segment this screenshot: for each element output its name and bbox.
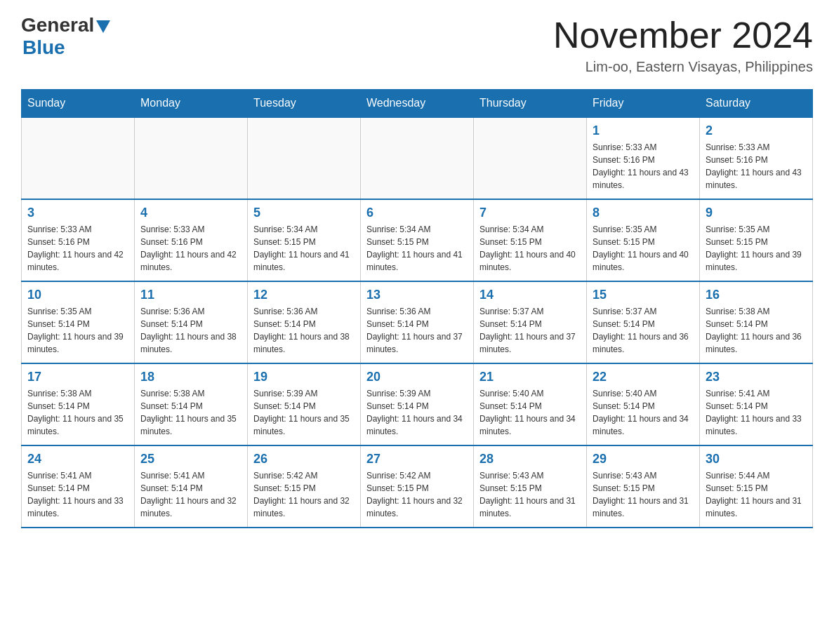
day-number: 17 [27,370,128,384]
day-number: 26 [253,452,355,467]
day-info: Sunrise: 5:33 AMSunset: 5:16 PMDaylight:… [706,141,807,192]
calendar-cell: 6Sunrise: 5:34 AMSunset: 5:15 PMDaylight… [361,199,474,281]
day-info: Sunrise: 5:41 AMSunset: 5:14 PMDaylight:… [140,469,241,520]
day-number: 15 [593,288,694,302]
day-info: Sunrise: 5:33 AMSunset: 5:16 PMDaylight:… [27,223,128,274]
calendar-cell: 4Sunrise: 5:33 AMSunset: 5:16 PMDaylight… [135,199,248,281]
calendar-cell: 28Sunrise: 5:43 AMSunset: 5:15 PMDayligh… [474,445,587,528]
calendar-cell: 13Sunrise: 5:36 AMSunset: 5:14 PMDayligh… [361,281,474,363]
calendar-cell: 22Sunrise: 5:40 AMSunset: 5:14 PMDayligh… [587,363,700,445]
calendar-cell: 17Sunrise: 5:38 AMSunset: 5:14 PMDayligh… [22,363,135,445]
day-info: Sunrise: 5:43 AMSunset: 5:15 PMDaylight:… [593,469,694,520]
logo: General Blue [21,14,110,59]
day-info: Sunrise: 5:36 AMSunset: 5:14 PMDaylight:… [140,305,241,356]
day-info: Sunrise: 5:35 AMSunset: 5:14 PMDaylight:… [27,305,128,356]
logo-triangle-icon [96,20,110,33]
logo-general-text: General [21,14,94,36]
title-section: November 2024 Lim-oo, Eastern Visayas, P… [553,14,813,75]
day-info: Sunrise: 5:38 AMSunset: 5:14 PMDaylight:… [140,387,241,438]
calendar-cell: 30Sunrise: 5:44 AMSunset: 5:15 PMDayligh… [700,445,813,528]
calendar-cell: 2Sunrise: 5:33 AMSunset: 5:16 PMDaylight… [700,117,813,199]
day-info: Sunrise: 5:37 AMSunset: 5:14 PMDaylight:… [479,305,581,356]
day-number: 3 [27,206,128,220]
calendar-cell: 9Sunrise: 5:35 AMSunset: 5:15 PMDaylight… [700,199,813,281]
day-number: 6 [366,206,468,220]
day-number: 28 [479,452,581,467]
calendar-cell: 20Sunrise: 5:39 AMSunset: 5:14 PMDayligh… [361,363,474,445]
calendar-cell: 15Sunrise: 5:37 AMSunset: 5:14 PMDayligh… [587,281,700,363]
calendar-cell [248,117,361,199]
calendar-cell: 21Sunrise: 5:40 AMSunset: 5:14 PMDayligh… [474,363,587,445]
day-info: Sunrise: 5:38 AMSunset: 5:14 PMDaylight:… [706,305,807,356]
month-title: November 2024 [553,14,813,56]
day-info: Sunrise: 5:34 AMSunset: 5:15 PMDaylight:… [253,223,355,274]
day-info: Sunrise: 5:34 AMSunset: 5:15 PMDaylight:… [479,223,581,274]
calendar-week-row: 10Sunrise: 5:35 AMSunset: 5:14 PMDayligh… [22,281,813,363]
calendar-cell: 25Sunrise: 5:41 AMSunset: 5:14 PMDayligh… [135,445,248,528]
calendar-header-tuesday: Tuesday [248,90,361,118]
calendar-cell: 3Sunrise: 5:33 AMSunset: 5:16 PMDaylight… [22,199,135,281]
day-number: 2 [706,123,807,138]
day-number: 5 [253,206,355,220]
calendar-cell: 19Sunrise: 5:39 AMSunset: 5:14 PMDayligh… [248,363,361,445]
day-info: Sunrise: 5:33 AMSunset: 5:16 PMDaylight:… [593,141,694,192]
day-number: 4 [140,206,241,220]
day-number: 14 [479,288,581,302]
day-number: 12 [253,288,355,302]
day-number: 27 [366,452,468,467]
calendar-week-row: 24Sunrise: 5:41 AMSunset: 5:14 PMDayligh… [22,445,813,528]
logo-blue-text: Blue [22,36,65,59]
calendar-week-row: 17Sunrise: 5:38 AMSunset: 5:14 PMDayligh… [22,363,813,445]
calendar-cell [135,117,248,199]
calendar-cell: 11Sunrise: 5:36 AMSunset: 5:14 PMDayligh… [135,281,248,363]
day-number: 21 [479,370,581,384]
day-info: Sunrise: 5:40 AMSunset: 5:14 PMDaylight:… [593,387,694,438]
calendar-week-row: 3Sunrise: 5:33 AMSunset: 5:16 PMDaylight… [22,199,813,281]
location-subtitle: Lim-oo, Eastern Visayas, Philippines [553,59,813,75]
day-number: 25 [140,452,241,467]
calendar-cell: 12Sunrise: 5:36 AMSunset: 5:14 PMDayligh… [248,281,361,363]
day-number: 1 [593,123,694,138]
calendar-cell: 26Sunrise: 5:42 AMSunset: 5:15 PMDayligh… [248,445,361,528]
calendar-cell: 7Sunrise: 5:34 AMSunset: 5:15 PMDaylight… [474,199,587,281]
day-info: Sunrise: 5:41 AMSunset: 5:14 PMDaylight:… [27,469,128,520]
calendar-cell: 16Sunrise: 5:38 AMSunset: 5:14 PMDayligh… [700,281,813,363]
day-number: 11 [140,288,241,302]
calendar-cell [361,117,474,199]
page-header: General Blue November 2024 Lim-oo, Easte… [21,14,813,75]
calendar-cell: 1Sunrise: 5:33 AMSunset: 5:16 PMDaylight… [587,117,700,199]
calendar-header-monday: Monday [135,90,248,118]
day-number: 16 [706,288,807,302]
calendar-header-row: SundayMondayTuesdayWednesdayThursdayFrid… [22,90,813,118]
day-number: 10 [27,288,128,302]
calendar-header-sunday: Sunday [22,90,135,118]
calendar-cell: 23Sunrise: 5:41 AMSunset: 5:14 PMDayligh… [700,363,813,445]
day-number: 23 [706,370,807,384]
day-number: 8 [593,206,694,220]
day-info: Sunrise: 5:39 AMSunset: 5:14 PMDaylight:… [366,387,468,438]
day-number: 24 [27,452,128,467]
calendar-header-friday: Friday [587,90,700,118]
day-info: Sunrise: 5:40 AMSunset: 5:14 PMDaylight:… [479,387,581,438]
day-info: Sunrise: 5:42 AMSunset: 5:15 PMDaylight:… [366,469,468,520]
day-info: Sunrise: 5:36 AMSunset: 5:14 PMDaylight:… [253,305,355,356]
day-number: 9 [706,206,807,220]
day-info: Sunrise: 5:44 AMSunset: 5:15 PMDaylight:… [706,469,807,520]
day-info: Sunrise: 5:38 AMSunset: 5:14 PMDaylight:… [27,387,128,438]
calendar-cell: 24Sunrise: 5:41 AMSunset: 5:14 PMDayligh… [22,445,135,528]
calendar-table: SundayMondayTuesdayWednesdayThursdayFrid… [21,89,813,528]
calendar-week-row: 1Sunrise: 5:33 AMSunset: 5:16 PMDaylight… [22,117,813,199]
day-number: 19 [253,370,355,384]
day-info: Sunrise: 5:34 AMSunset: 5:15 PMDaylight:… [366,223,468,274]
calendar-cell: 18Sunrise: 5:38 AMSunset: 5:14 PMDayligh… [135,363,248,445]
day-number: 30 [706,452,807,467]
calendar-cell: 14Sunrise: 5:37 AMSunset: 5:14 PMDayligh… [474,281,587,363]
day-number: 18 [140,370,241,384]
day-info: Sunrise: 5:33 AMSunset: 5:16 PMDaylight:… [140,223,241,274]
calendar-cell: 5Sunrise: 5:34 AMSunset: 5:15 PMDaylight… [248,199,361,281]
calendar-header-saturday: Saturday [700,90,813,118]
day-info: Sunrise: 5:35 AMSunset: 5:15 PMDaylight:… [593,223,694,274]
day-info: Sunrise: 5:39 AMSunset: 5:14 PMDaylight:… [253,387,355,438]
calendar-cell: 29Sunrise: 5:43 AMSunset: 5:15 PMDayligh… [587,445,700,528]
day-number: 29 [593,452,694,467]
